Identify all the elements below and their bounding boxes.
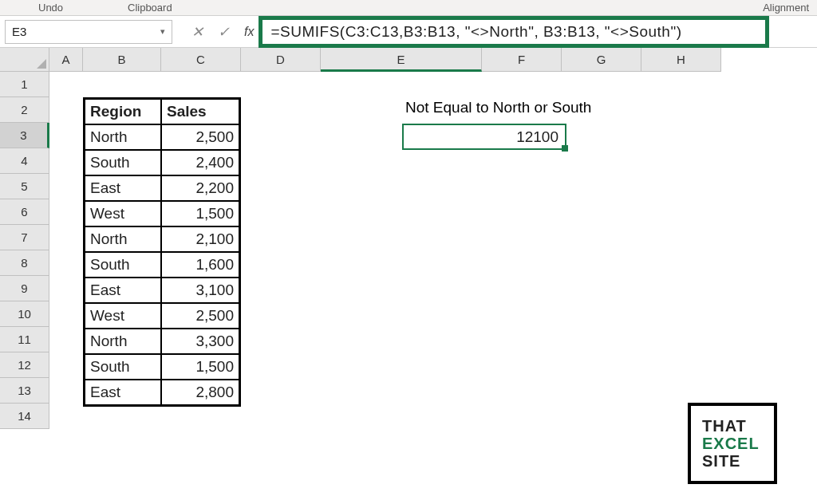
cancel-icon[interactable]: ✕ xyxy=(191,23,203,41)
formula-bar-input[interactable]: =SUMIFS(C3:C13,B3:B13, "<>North", B3:B13… xyxy=(259,16,769,48)
row-header[interactable]: 11 xyxy=(0,327,49,352)
row-header[interactable]: 13 xyxy=(0,378,49,404)
col-header-h[interactable]: H xyxy=(641,48,721,72)
cell-region[interactable]: East xyxy=(85,175,161,201)
table-header-sales[interactable]: Sales xyxy=(161,99,239,124)
cell-sales[interactable]: 1,500 xyxy=(161,354,239,380)
logo-line-3: SITE xyxy=(702,452,760,470)
cell-sales[interactable]: 2,200 xyxy=(161,175,239,201)
cell-sales[interactable]: 3,300 xyxy=(161,329,239,354)
row-header[interactable]: 12 xyxy=(0,352,49,378)
clipboard-group-label: Clipboard xyxy=(128,2,172,14)
chevron-down-icon[interactable]: ▾ xyxy=(160,26,165,37)
row-header[interactable]: 4 xyxy=(0,148,49,174)
result-label[interactable]: Not Equal to North or South xyxy=(405,99,591,116)
cell-sales[interactable]: 2,800 xyxy=(161,380,239,405)
cell-sales[interactable]: 2,500 xyxy=(161,303,239,329)
row-header[interactable]: 2 xyxy=(0,97,49,123)
col-header-g[interactable]: G xyxy=(562,48,641,72)
cell-region[interactable]: East xyxy=(85,278,161,303)
cell-region[interactable]: North xyxy=(85,124,161,150)
cell-region[interactable]: South xyxy=(85,252,161,278)
cell-region[interactable]: West xyxy=(85,303,161,329)
cell-sales[interactable]: 1,600 xyxy=(161,252,239,278)
row-header[interactable]: 3 xyxy=(0,123,49,148)
selected-cell-e3[interactable]: 12100 xyxy=(402,124,566,150)
cell-sales[interactable]: 2,400 xyxy=(161,150,239,175)
formula-bar-row: E3 ▾ ✕ ✓ fx =SUMIFS(C3:C13,B3:B13, "<>No… xyxy=(0,16,817,48)
col-header-a[interactable]: A xyxy=(49,48,83,72)
cell-region[interactable]: South xyxy=(85,354,161,380)
cell-sales[interactable]: 2,500 xyxy=(161,124,239,150)
data-table: Region Sales North2,500 South2,400 East2… xyxy=(83,97,241,407)
row-header[interactable]: 6 xyxy=(0,199,49,225)
logo-line-2: EXCEL xyxy=(702,435,760,452)
ribbon-group-labels: Undo Clipboard Alignment xyxy=(0,0,817,16)
col-header-d[interactable]: D xyxy=(241,48,321,72)
row-header[interactable]: 1 xyxy=(0,72,49,97)
table-header-region[interactable]: Region xyxy=(85,99,161,124)
row-header[interactable]: 14 xyxy=(0,404,49,429)
logo-line-1: THAT xyxy=(702,417,760,435)
cell-sales[interactable]: 2,100 xyxy=(161,226,239,252)
col-header-b[interactable]: B xyxy=(83,48,161,72)
row-header[interactable]: 8 xyxy=(0,250,49,276)
cell-sales[interactable]: 3,100 xyxy=(161,278,239,303)
alignment-group-label: Alignment xyxy=(763,2,809,14)
fx-icon[interactable]: fx xyxy=(244,25,254,39)
cell-sales[interactable]: 1,500 xyxy=(161,201,239,226)
row-header[interactable]: 7 xyxy=(0,225,49,250)
cell-region[interactable]: North xyxy=(85,329,161,354)
cell-region[interactable]: West xyxy=(85,201,161,226)
enter-icon[interactable]: ✓ xyxy=(218,23,230,41)
watermark-logo: THAT EXCEL SITE xyxy=(688,403,777,484)
row-header[interactable]: 9 xyxy=(0,276,49,301)
col-header-e[interactable]: E xyxy=(321,48,482,72)
select-all-corner[interactable] xyxy=(0,48,49,72)
cell-region[interactable]: East xyxy=(85,380,161,405)
cell-region[interactable]: North xyxy=(85,226,161,252)
formula-bar-buttons: ✕ ✓ xyxy=(191,23,230,41)
name-box-value: E3 xyxy=(12,25,26,38)
formula-text: =SUMIFS(C3:C13,B3:B13, "<>North", B3:B13… xyxy=(270,23,681,41)
cell-region[interactable]: South xyxy=(85,150,161,175)
row-header[interactable]: 10 xyxy=(0,301,49,327)
col-header-c[interactable]: C xyxy=(161,48,241,72)
name-box[interactable]: E3 ▾ xyxy=(5,20,172,44)
col-header-f[interactable]: F xyxy=(482,48,562,72)
undo-group-label: Undo xyxy=(38,2,63,14)
row-header[interactable]: 5 xyxy=(0,174,49,199)
